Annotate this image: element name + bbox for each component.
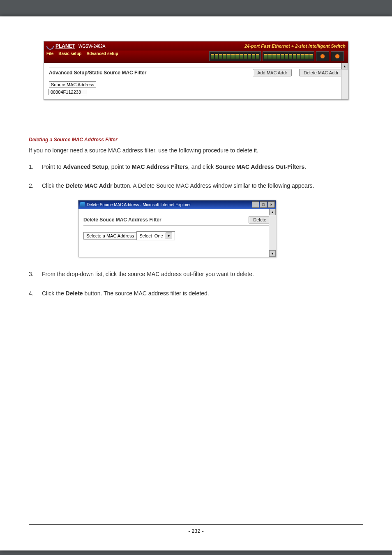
select-mac-label: Selecte a MAC Address (83, 232, 137, 240)
step-2: 2. Click the Delete MAC Addr button. A D… (29, 181, 363, 190)
app-menubar: File Basic setup Advanced setup (44, 51, 348, 63)
delete-section-title: Delete Souce MAC Address Filter (83, 217, 161, 223)
scrollbar[interactable]: ▲ (341, 63, 348, 99)
step-4: 4. Click the Delete button. The source M… (29, 289, 363, 298)
dialog-titlebar: Delete Source MAC Address - Microsoft In… (78, 200, 276, 209)
select-mac-value: Select_One (139, 233, 163, 238)
section-title-static-filter: Advanced Setup/Static Source MAC Filter (49, 70, 146, 76)
app-titlebar: PLANET WGSW-2402A 24-port Fast Ethernet … (44, 41, 348, 51)
intro-text: If you no longer need a source MAC addre… (29, 147, 363, 155)
product-tagline: 24-port Fast Ethernet + 2-slot Intellige… (244, 44, 346, 48)
ie-icon (80, 202, 85, 207)
switch-port-diagram (118, 51, 346, 61)
brand-name: PLANET (55, 43, 75, 49)
section-heading: Deleting a Source MAC Address Filter (29, 137, 363, 143)
step-3: 3. From the drop-down list, click the so… (29, 269, 363, 279)
close-button[interactable]: × (267, 201, 275, 208)
scroll-up-icon[interactable]: ▲ (341, 63, 348, 69)
maximize-button[interactable]: □ (260, 201, 267, 208)
page-footer: - 232 - (29, 524, 363, 534)
add-mac-button[interactable]: Add MAC Addr (253, 69, 292, 76)
minimize-button[interactable]: _ (252, 201, 259, 208)
menu-file[interactable]: File (46, 51, 53, 56)
dialog-title: Delete Source MAC Address - Microsoft In… (87, 203, 191, 207)
app-screenshot-advanced-setup: PLANET WGSW-2402A 24-port Fast Ethernet … (44, 41, 348, 100)
chevron-down-icon[interactable]: ▼ (166, 233, 172, 239)
delete-dialog-screenshot: Delete Source MAC Address - Microsoft In… (78, 200, 276, 257)
step-1: 1. Point to Advanced Setup, point to MAC… (29, 162, 363, 171)
scroll-up-icon[interactable]: ▲ (269, 209, 276, 215)
scroll-down-icon[interactable]: ▼ (269, 250, 276, 257)
delete-button[interactable]: Delete (249, 216, 271, 223)
brand-logo-icon (45, 41, 55, 51)
source-mac-label: Source MAC Address (49, 81, 96, 88)
menu-basic-setup[interactable]: Basic setup (58, 51, 81, 56)
source-mac-value: 00304F112233 (48, 89, 87, 95)
dialog-scrollbar[interactable]: ▲ ▼ (269, 209, 276, 257)
page-number: - 232 - (188, 528, 204, 534)
select-mac-dropdown[interactable]: Select_One ▼ (136, 231, 175, 240)
model-number: WGSW-2402A (78, 44, 105, 48)
delete-mac-button[interactable]: Delete MAC Addr (299, 69, 343, 76)
menu-advanced-setup[interactable]: Advanced setup (86, 51, 118, 56)
